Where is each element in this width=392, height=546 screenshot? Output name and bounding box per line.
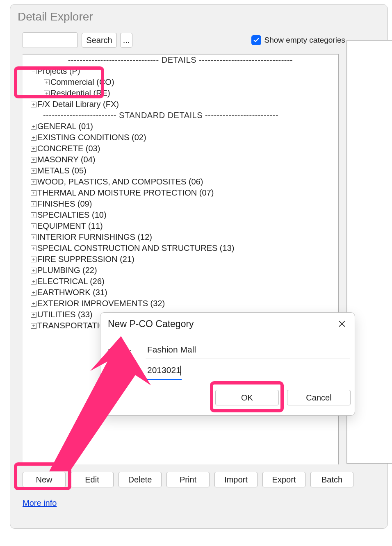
tree-label: PLUMBING (22)	[37, 266, 97, 275]
expand-icon[interactable]: +	[31, 212, 36, 218]
tree-label: UTILITIES (33)	[37, 310, 92, 319]
tree-label: EARTHWORK (31)	[37, 288, 107, 297]
expand-icon[interactable]: +	[44, 91, 50, 96]
tree-item[interactable]: +EQUIPMENT (11)	[23, 221, 338, 232]
tree-item[interactable]: +PLUMBING (22)	[23, 265, 338, 276]
expand-icon[interactable]: +	[31, 124, 36, 130]
dialog-title: New P-CO Category	[108, 318, 194, 330]
tree-label: EXTERIOR IMPROVEMENTS (32)	[37, 299, 165, 308]
expand-icon[interactable]: +	[31, 157, 36, 163]
tree-item[interactable]: +FINISHES (09)	[23, 198, 338, 209]
tree-label: WOOD, PLASTICS, AND COMPOSITES (06)	[37, 177, 203, 187]
expand-icon[interactable]: +	[31, 190, 36, 196]
name-label: Name:	[108, 347, 146, 357]
expand-icon[interactable]: +	[31, 268, 36, 273]
import-button[interactable]: Import	[214, 472, 258, 487]
tree-label: SPECIAL CONSTRUCTION AND STRUCTURES (13)	[37, 243, 234, 253]
tree-label: INTERIOR FURNISHINGS (12)	[37, 232, 152, 242]
expand-icon[interactable]: +	[31, 102, 36, 107]
search-input[interactable]	[23, 32, 77, 48]
search-button[interactable]: Search	[82, 33, 117, 48]
tree-label: EXISTING CONDITIONS (02)	[37, 133, 146, 142]
code-label: Code:	[108, 368, 146, 378]
new-category-dialog: New P-CO Category Name: Fashion Mall Cod…	[100, 312, 355, 416]
tree-item[interactable]: +SPECIALTIES (10)	[23, 209, 338, 221]
tree-label: Projects (P)	[37, 66, 80, 76]
more-info-link[interactable]: More info	[23, 498, 57, 508]
expand-icon[interactable]: +	[31, 246, 36, 251]
code-input[interactable]: 2013021	[146, 365, 182, 380]
tree-item[interactable]: +CONCRETE (03)	[23, 143, 338, 154]
expand-icon[interactable]: +	[31, 323, 36, 329]
batch-button[interactable]: Batch	[310, 472, 353, 487]
tree-label: SPECIALTIES (10)	[37, 210, 107, 220]
tree-label: F/X Detail Library (FX)	[37, 100, 119, 109]
tree-item[interactable]: +MASONRY (04)	[23, 154, 338, 165]
text-caret-icon	[180, 366, 181, 375]
expand-icon[interactable]: +	[31, 146, 36, 152]
expand-icon[interactable]: +	[31, 201, 36, 207]
tree-item[interactable]: +METALS (05)	[23, 165, 338, 176]
detail-explorer-window: Detail Explorer Search ... Show empty ca…	[10, 4, 388, 529]
new-button[interactable]: New	[23, 472, 66, 487]
name-input[interactable]: Fashion Mall	[146, 345, 350, 359]
expand-icon[interactable]: +	[31, 290, 36, 296]
checkbox-checked-icon	[251, 35, 261, 45]
tree-item[interactable]: +ELECTRICAL (26)	[23, 276, 338, 287]
tree-label: FIRE SUPPRESSION (21)	[37, 255, 134, 264]
tree-item-residential[interactable]: + Residential (RE)	[23, 88, 338, 99]
expand-icon[interactable]: +	[31, 301, 36, 307]
tree-item-commercial[interactable]: + Commercial (CO)	[23, 77, 338, 88]
code-value: 2013021	[147, 365, 181, 375]
tree-item[interactable]: +INTERIOR FURNISHINGS (12)	[23, 232, 338, 243]
expand-icon[interactable]: +	[31, 257, 36, 262]
expand-icon[interactable]: +	[44, 80, 50, 85]
expand-icon[interactable]: +	[31, 223, 36, 229]
tree-item[interactable]: +SPECIAL CONSTRUCTION AND STRUCTURES (13…	[23, 243, 338, 254]
expand-icon[interactable]: +	[31, 234, 36, 240]
search-more-button[interactable]: ...	[120, 33, 132, 48]
show-empty-label: Show empty categories	[264, 36, 346, 45]
tree-item[interactable]: +THERMAL AND MOISTURE PROTECTION (07)	[23, 187, 338, 198]
print-button[interactable]: Print	[166, 472, 210, 487]
tree-item[interactable]: +EARTHWORK (31)	[23, 287, 338, 298]
expand-icon[interactable]: +	[31, 135, 36, 141]
tree-item[interactable]: +EXTERIOR IMPROVEMENTS (32)	[23, 298, 338, 309]
show-empty-checkbox[interactable]: Show empty categories	[251, 35, 346, 45]
tree-label: THERMAL AND MOISTURE PROTECTION (07)	[37, 188, 214, 198]
edit-button[interactable]: Edit	[71, 472, 114, 487]
ok-button[interactable]: OK	[215, 390, 279, 405]
cancel-button[interactable]: Cancel	[287, 390, 351, 405]
expand-icon[interactable]: +	[31, 312, 36, 318]
expand-icon[interactable]: +	[31, 279, 36, 284]
collapse-icon[interactable]: −	[31, 68, 36, 74]
details-divider: ------------------------------- DETAILS …	[23, 55, 338, 66]
window-title: Detail Explorer	[10, 5, 387, 27]
tree-item-fx-library[interactable]: + F/X Detail Library (FX)	[23, 99, 338, 110]
tree-item[interactable]: +WOOD, PLASTICS, AND COMPOSITES (06)	[23, 176, 338, 187]
tree-label: EQUIPMENT (11)	[37, 221, 103, 231]
tree-item[interactable]: +FIRE SUPPRESSION (21)	[23, 254, 338, 265]
tree-label: MASONRY (04)	[37, 155, 96, 164]
expand-icon[interactable]: +	[31, 168, 36, 174]
tree-label: Commercial (CO)	[50, 77, 114, 87]
tree-label: CONCRETE (03)	[37, 144, 100, 153]
standard-divider: ------------------------- STANDARD DETAI…	[23, 110, 338, 121]
toolbar: Search ... Show empty categories	[10, 27, 387, 50]
expand-icon[interactable]: +	[31, 179, 36, 185]
tree-item[interactable]: +GENERAL (01)	[23, 121, 338, 132]
tree-label: FINISHES (09)	[37, 199, 92, 209]
tree-label: METALS (05)	[37, 166, 87, 175]
delete-button[interactable]: Delete	[119, 472, 162, 487]
tree-label: Residential (RE)	[50, 89, 110, 98]
export-button[interactable]: Export	[262, 472, 305, 487]
tree-label: GENERAL (01)	[37, 122, 93, 131]
bottom-toolbar: NewEditDeletePrintImportExportBatch	[23, 472, 353, 487]
close-button[interactable]	[337, 318, 347, 329]
tree-item-projects[interactable]: − Projects (P)	[23, 66, 338, 77]
tree-item[interactable]: +EXISTING CONDITIONS (02)	[23, 132, 338, 143]
tree-label: ELECTRICAL (26)	[37, 277, 105, 286]
